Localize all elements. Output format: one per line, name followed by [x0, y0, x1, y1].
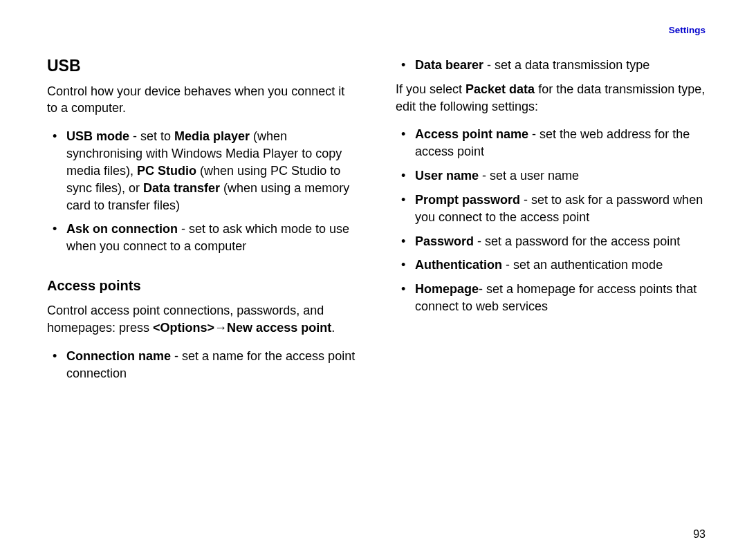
- access-points-heading: Access points: [47, 277, 357, 294]
- text: - set a data transmission type: [483, 58, 649, 72]
- text: - set to: [129, 129, 174, 143]
- packet-data-list: Access point name - set the web address …: [396, 126, 706, 315]
- list-item: Ask on connection - set to ask which mod…: [47, 221, 357, 255]
- list-item: User name - set a user name: [396, 167, 706, 185]
- right-column: Data bearer - set a data transmission ty…: [396, 57, 706, 389]
- bold-text: New access point: [227, 321, 331, 335]
- bold-text: Connection name: [66, 349, 171, 363]
- bold-text: Data bearer: [415, 58, 483, 72]
- text: If you select: [396, 82, 465, 96]
- bold-text: Packet data: [465, 82, 535, 96]
- packet-data-intro: If you select Packet data for the data t…: [396, 81, 706, 115]
- bold-text: User name: [415, 169, 479, 183]
- access-points-intro: Control access point connections, passwo…: [47, 302, 357, 337]
- bold-text: Password: [415, 234, 474, 248]
- bold-text: PC Studio: [137, 164, 196, 178]
- usb-heading: USB: [47, 57, 357, 76]
- list-item: Prompt password - set to ask for a passw…: [396, 192, 706, 226]
- list-item: Data bearer - set a data transmission ty…: [396, 57, 706, 74]
- text: .: [331, 321, 335, 335]
- left-column: USB Control how your device behaves when…: [47, 57, 357, 389]
- bold-text: Media player: [174, 129, 250, 143]
- bold-text: USB mode: [66, 129, 129, 143]
- usb-list: USB mode - set to Media player (when syn…: [47, 128, 357, 255]
- bold-text: Homepage: [415, 282, 479, 296]
- text: - set a password for the access point: [474, 234, 680, 248]
- bold-text: <Options>: [153, 321, 214, 335]
- bold-text: Prompt password: [415, 193, 520, 207]
- text: - set an authentication mode: [502, 258, 663, 272]
- bold-text: Data transfer: [143, 181, 220, 195]
- access-points-list: Connection name - set a name for the acc…: [47, 348, 357, 382]
- bold-text: Authentication: [415, 258, 502, 272]
- settings-link[interactable]: Settings: [669, 25, 706, 35]
- list-item: Access point name - set the web address …: [396, 126, 706, 160]
- bold-text: Ask on connection: [66, 222, 178, 236]
- page-content: USB Control how your device behaves when…: [0, 0, 747, 389]
- list-item: Password - set a password for the access…: [396, 233, 706, 250]
- page-number: 93: [693, 528, 706, 541]
- bold-text: Access point name: [415, 127, 528, 141]
- list-item: Authentication - set an authentication m…: [396, 256, 706, 274]
- list-item: Homepage- set a homepage for access poin…: [396, 281, 706, 315]
- arrow-icon: →: [214, 319, 227, 337]
- usb-intro: Control how your device behaves when you…: [47, 83, 357, 118]
- list-item: USB mode - set to Media player (when syn…: [47, 128, 357, 214]
- list-item: Connection name - set a name for the acc…: [47, 348, 357, 382]
- text: - set a user name: [479, 169, 579, 183]
- data-bearer-list: Data bearer - set a data transmission ty…: [396, 57, 706, 74]
